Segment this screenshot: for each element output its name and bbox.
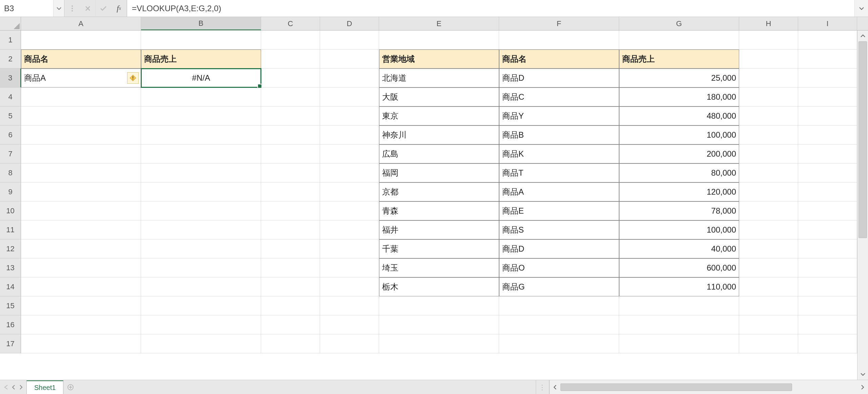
cell-F12[interactable]: 商品D [499,239,619,258]
cell-D5[interactable] [320,106,379,125]
cell-C4[interactable] [261,87,320,106]
column-header-E[interactable]: E [379,17,499,30]
cell-E8[interactable]: 福岡 [379,163,499,182]
cell-A5[interactable] [21,106,141,125]
cell-G3[interactable]: 25,000 [619,68,739,87]
cell-A6[interactable] [21,125,141,144]
cell-G14[interactable]: 110,000 [619,277,739,296]
column-header-A[interactable]: A [21,17,141,30]
cell-I4[interactable] [798,87,857,106]
cell-A2[interactable]: 商品名 [21,50,141,68]
cell-I2[interactable] [798,50,857,68]
cell-C7[interactable] [261,144,320,163]
cell-D1[interactable] [320,31,379,50]
cell-H16[interactable] [739,315,798,334]
cell-E10[interactable]: 青森 [379,201,499,220]
cell-A7[interactable] [21,144,141,163]
cell-H1[interactable] [739,31,798,50]
cell-B6[interactable] [141,125,261,144]
formula-options-icon[interactable] [64,0,80,17]
cell-I6[interactable] [798,125,857,144]
cell-F9[interactable]: 商品A [499,182,619,201]
horizontal-scrollbar[interactable] [549,380,868,394]
cell-E3[interactable]: 北海道 [379,68,499,87]
scroll-left-icon[interactable] [550,385,560,390]
name-box-dropdown-icon[interactable] [53,0,64,17]
cell-H13[interactable] [739,258,798,277]
formula-input[interactable]: =VLOOKUP(A3,E:G,2,0) [127,0,854,17]
vertical-scrollbar[interactable] [857,31,868,380]
row-header-3[interactable]: 3 [0,68,21,87]
column-header-G[interactable]: G [619,17,739,30]
cell-F6[interactable]: 商品B [499,125,619,144]
cell-F13[interactable]: 商品O [499,258,619,277]
cell-I1[interactable] [798,31,857,50]
cell-B2[interactable]: 商品売上 [141,50,261,68]
cell-G11[interactable]: 100,000 [619,220,739,239]
cell-H3[interactable] [739,68,798,87]
cell-E1[interactable] [379,31,499,50]
cell-H17[interactable] [739,334,798,353]
cell-G1[interactable] [619,31,739,50]
cell-H15[interactable] [739,296,798,315]
error-smart-tag-icon[interactable] [127,72,139,84]
cell-F5[interactable]: 商品Y [499,106,619,125]
cell-I15[interactable] [798,296,857,315]
cell-B5[interactable] [141,106,261,125]
cell-C10[interactable] [261,201,320,220]
cell-F8[interactable]: 商品T [499,163,619,182]
cell-H2[interactable] [739,50,798,68]
cell-C15[interactable] [261,296,320,315]
cell-G15[interactable] [619,296,739,315]
cell-E13[interactable]: 埼玉 [379,258,499,277]
cell-C17[interactable] [261,334,320,353]
cell-I11[interactable] [798,220,857,239]
cell-C1[interactable] [261,31,320,50]
column-header-H[interactable]: H [739,17,798,30]
cell-F7[interactable]: 商品K [499,144,619,163]
cell-E4[interactable]: 大阪 [379,87,499,106]
cell-C5[interactable] [261,106,320,125]
cell-H4[interactable] [739,87,798,106]
cell-A12[interactable] [21,239,141,258]
cell-A11[interactable] [21,220,141,239]
cell-E5[interactable]: 東京 [379,106,499,125]
row-header-13[interactable]: 13 [0,258,21,277]
cell-H12[interactable] [739,239,798,258]
tab-scroll-grip-icon[interactable]: ⋮ [536,380,549,394]
cell-B13[interactable] [141,258,261,277]
cell-E15[interactable] [379,296,499,315]
cell-A15[interactable] [21,296,141,315]
cell-F14[interactable]: 商品G [499,277,619,296]
vscroll-thumb[interactable] [859,41,867,238]
cell-I3[interactable] [798,68,857,87]
cell-D2[interactable] [320,50,379,68]
cell-E11[interactable]: 福井 [379,220,499,239]
tab-prev-icon[interactable] [12,385,16,390]
cell-B3[interactable]: #N/A [141,68,261,87]
cell-D8[interactable] [320,163,379,182]
cell-G9[interactable]: 120,000 [619,182,739,201]
cell-G10[interactable]: 78,000 [619,201,739,220]
tab-next-icon[interactable] [19,385,23,390]
column-header-D[interactable]: D [320,17,379,30]
cell-D6[interactable] [320,125,379,144]
cell-B17[interactable] [141,334,261,353]
cell-D7[interactable] [320,144,379,163]
row-header-17[interactable]: 17 [0,334,21,353]
cell-I13[interactable] [798,258,857,277]
cell-H10[interactable] [739,201,798,220]
cell-D4[interactable] [320,87,379,106]
cell-H5[interactable] [739,106,798,125]
row-header-14[interactable]: 14 [0,277,21,296]
cell-D3[interactable] [320,68,379,87]
row-header-4[interactable]: 4 [0,87,21,106]
cell-C13[interactable] [261,258,320,277]
cell-C11[interactable] [261,220,320,239]
cell-B14[interactable] [141,277,261,296]
cell-A8[interactable] [21,163,141,182]
cell-D13[interactable] [320,258,379,277]
cell-B4[interactable] [141,87,261,106]
cell-F15[interactable] [499,296,619,315]
row-header-2[interactable]: 2 [0,50,21,68]
